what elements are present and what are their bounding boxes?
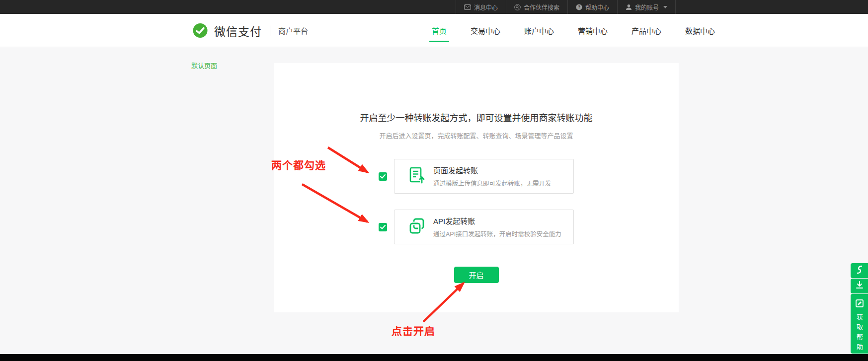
user-icon <box>626 4 632 10</box>
panel-title: 开启至少一种转账发起方式，即可设置并使用商家转账功能 <box>274 111 679 124</box>
my-account-label: 我的账号 <box>635 3 659 11</box>
download-button[interactable] <box>851 279 868 293</box>
content-area: 默认页面 开启至少一种转账发起方式，即可设置并使用商家转账功能 开启后进入设置页… <box>0 47 868 354</box>
page-transfer-checkbox[interactable] <box>379 172 387 181</box>
page-transfer-title: 页面发起转账 <box>433 165 552 175</box>
nav-data-center[interactable]: 数据中心 <box>684 14 716 47</box>
help-icon: ? <box>576 4 582 10</box>
chevron-down-icon <box>663 6 667 8</box>
miniprogram-button[interactable] <box>851 263 868 278</box>
help-center-label: 帮助中心 <box>585 3 609 11</box>
nav-account-center[interactable]: 账户中心 <box>523 14 555 47</box>
bottom-black-bar <box>0 354 868 361</box>
page-transfer-text: 页面发起转账 通过模版上传信息即可发起转账，无需开发 <box>433 165 552 188</box>
api-transfer-desc: 通过API接口发起转账，开启时需校验安全能力 <box>433 229 561 238</box>
page-transfer-card[interactable]: 页面发起转账 通过模版上传信息即可发起转账，无需开发 <box>394 159 574 194</box>
nav-product-center[interactable]: 产品中心 <box>631 14 662 47</box>
top-utility-menu: 消息中心 合作伙伴搜索 ? 帮助中心 我的账号 <box>456 0 676 14</box>
open-button[interactable]: 开启 <box>454 267 499 283</box>
svg-text:?: ? <box>578 4 580 9</box>
wechat-pay-logo-icon <box>191 22 209 40</box>
brand-divider <box>270 25 270 36</box>
partner-search-menu-item[interactable]: 合作伙伴搜索 <box>506 0 567 14</box>
nav-marketing-center[interactable]: 营销中心 <box>577 14 609 47</box>
api-transfer-card[interactable]: API发起转账 通过API接口发起转账，开启时需校验安全能力 <box>394 210 574 244</box>
partner-search-icon <box>514 4 521 10</box>
brand[interactable]: 微信支付 商户平台 <box>191 14 308 47</box>
my-account-menu-item[interactable]: 我的账号 <box>617 0 676 14</box>
option-row-api-transfer: API发起转账 通过API接口发起转账，开启时需校验安全能力 <box>274 210 679 244</box>
mail-icon <box>464 4 471 10</box>
get-help-label: 获取帮助 <box>856 314 863 354</box>
api-transfer-text: API发起转账 通过API接口发起转账，开启时需校验安全能力 <box>433 216 561 238</box>
portal-name: 商户平台 <box>278 25 308 36</box>
page-transfer-icon <box>407 166 426 187</box>
checkbox-check-icon <box>380 225 386 229</box>
transfer-options: 页面发起转账 通过模版上传信息即可发起转账，无需开发 <box>274 159 679 244</box>
page-transfer-desc: 通过模版上传信息即可发起转账，无需开发 <box>433 178 552 188</box>
checkbox-check-icon <box>380 174 386 179</box>
sidebar-item-default-page[interactable]: 默认页面 <box>191 61 217 70</box>
api-transfer-checkbox[interactable] <box>379 223 387 231</box>
nav-home[interactable]: 首页 <box>431 14 448 47</box>
annotation-check-both: 两个都勾选 <box>271 157 326 172</box>
main-nav: 首页 交易中心 账户中心 营销中心 产品中心 数据中心 <box>431 14 716 47</box>
top-utility-bar: 消息中心 合作伙伴搜索 ? 帮助中心 我的账号 <box>0 0 868 14</box>
brand-name: 微信支付 <box>214 22 262 39</box>
get-help-button[interactable]: 获取帮助 <box>851 294 868 354</box>
api-transfer-title: API发起转账 <box>433 216 561 226</box>
nav-transaction-center[interactable]: 交易中心 <box>470 14 501 47</box>
miniprogram-icon <box>855 265 864 277</box>
api-transfer-icon <box>407 217 426 237</box>
message-center-menu-item[interactable]: 消息中心 <box>456 0 506 14</box>
option-row-page-transfer: 页面发起转账 通过模版上传信息即可发起转账，无需开发 <box>274 159 679 194</box>
wechat-pay-merchant-page: 消息中心 合作伙伴搜索 ? 帮助中心 我的账号 <box>0 0 868 361</box>
partner-search-label: 合作伙伴搜索 <box>524 3 559 11</box>
help-center-menu-item[interactable]: ? 帮助中心 <box>567 0 617 14</box>
annotation-click-open: 点击开启 <box>392 323 435 338</box>
panel-subtitle: 开启后进入设置页，完成转账配置、转账查询、场景管理等产品设置 <box>274 131 679 140</box>
main-header: 微信支付 商户平台 首页 交易中心 账户中心 营销中心 产品中心 数据中心 <box>0 14 868 47</box>
download-icon <box>855 281 864 291</box>
transfer-setup-panel: 开启至少一种转账发起方式，即可设置并使用商家转账功能 开启后进入设置页，完成转账… <box>274 63 679 312</box>
message-center-label: 消息中心 <box>474 3 498 11</box>
feedback-icon <box>855 299 864 310</box>
